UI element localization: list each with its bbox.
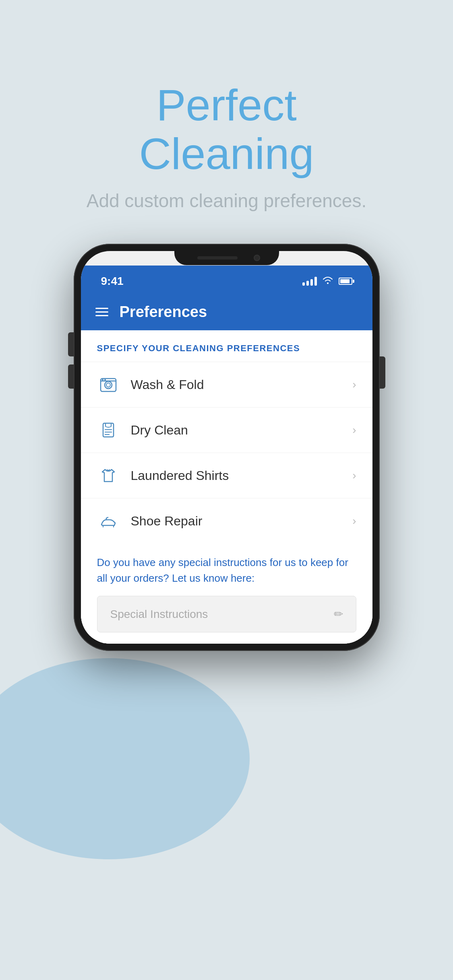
wash-fold-icon [97,373,120,396]
hamburger-line-2 [95,311,108,313]
hero-title: Perfect Cleaning [87,80,367,178]
chevron-right-icon: › [352,378,356,391]
battery-icon [339,278,352,285]
battery-fill [340,279,350,283]
hero-section: Perfect Cleaning Add custom cleaning pre… [87,80,367,212]
chevron-right-icon-shirts: › [352,469,356,482]
status-icons [302,276,352,286]
section-label: SPECIFY YOUR CLEANING PREFERENCES [81,330,372,362]
instructions-section: Do you have any special instructions for… [81,544,372,644]
wifi-icon [323,276,333,286]
status-bar: 9:41 [81,266,372,294]
menu-item-shoe-repair[interactable]: Shoe Repair › [81,498,372,544]
pencil-icon: ✏ [334,607,343,621]
phone-screen: 9:41 [81,251,372,644]
menu-item-wash-fold[interactable]: Wash & Fold › [81,362,372,407]
hamburger-line-3 [95,315,108,316]
volume-down-button [68,364,74,389]
notch-speaker [197,256,238,259]
background-blob [0,658,250,859]
volume-up-button [68,332,74,356]
dry-clean-label: Dry Clean [131,423,353,438]
menu-item-dry-clean[interactable]: Dry Clean › [81,407,372,453]
signal-icon [302,277,317,286]
chevron-right-icon-shoe: › [352,515,356,527]
hero-title-line1: Perfect [156,80,296,130]
phone-notch [174,251,279,265]
svg-point-1 [105,381,112,389]
laundered-shirts-label: Laundered Shirts [131,468,353,483]
special-instructions-input[interactable]: Special Instructions ✏ [97,596,356,632]
laundered-shirts-icon [97,464,120,487]
app-header: Preferences [81,294,372,330]
hamburger-line-1 [95,308,108,309]
hero-subtitle: Add custom cleaning preferences. [87,190,367,212]
svg-point-4 [102,379,103,381]
notch-camera [254,255,260,261]
wash-fold-label: Wash & Fold [131,377,353,392]
instructions-placeholder: Special Instructions [110,608,208,621]
instructions-prompt: Do you have any special instructions for… [97,555,356,586]
shoe-repair-label: Shoe Repair [131,514,353,529]
dry-clean-icon [97,419,120,441]
menu-item-laundered-shirts[interactable]: Laundered Shirts › [81,453,372,498]
svg-point-5 [104,379,106,381]
app-title: Preferences [120,303,207,321]
phone-mockup: 9:41 [74,244,380,651]
hero-title-line2: Cleaning [139,129,314,178]
phone-outer: 9:41 [74,244,380,651]
chevron-right-icon-dry-clean: › [352,424,356,436]
status-time: 9:41 [101,275,124,288]
shoe-repair-icon [97,510,120,532]
svg-point-2 [106,383,110,387]
hamburger-menu-button[interactable] [95,308,108,316]
app-content: SPECIFY YOUR CLEANING PREFERENCES [81,330,372,644]
